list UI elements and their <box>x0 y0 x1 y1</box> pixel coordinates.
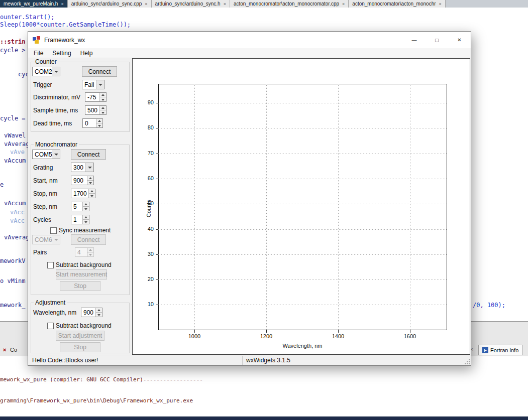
window-titlebar[interactable]: Framework_wx — □ ✕ <box>28 32 471 48</box>
fortran-info-tab[interactable]: F Fortran info <box>478 345 522 355</box>
cycles-spinner[interactable]: 1 <box>71 215 89 224</box>
y-axis-title: Counts <box>146 200 152 217</box>
mono-port-combo[interactable]: COM5 <box>32 150 60 159</box>
discriminator-label: Discriminator, mV <box>33 94 80 101</box>
stop-adjustment-button[interactable]: Stop <box>60 342 100 352</box>
spin-buttons <box>87 176 93 185</box>
spin-up-icon[interactable] <box>87 248 93 252</box>
dead-time-spinner[interactable]: 0 <box>82 118 103 128</box>
code-line: cycle = <box>0 115 26 122</box>
sync-measurement-checkbox[interactable] <box>50 227 57 234</box>
spin-down-icon[interactable] <box>96 312 102 317</box>
grating-value: 300 <box>71 164 85 171</box>
start-measurement-button[interactable]: Start measurement <box>56 269 107 279</box>
spin-down-icon[interactable] <box>83 219 89 224</box>
close-button[interactable]: ✕ <box>448 32 471 48</box>
code-line: vAverag <box>4 141 30 148</box>
window-title: Framework_wx <box>44 37 403 44</box>
menu-setting[interactable]: Setting <box>48 49 75 58</box>
maximize-button[interactable]: □ <box>426 32 448 48</box>
x-axis-title: Wavelength, nm <box>272 343 333 349</box>
spin-buttons <box>96 119 102 127</box>
spin-up-icon[interactable] <box>100 106 106 110</box>
editor-tabbar: mework_wx_pureMain.h× arduino_sync\ardui… <box>0 0 528 8</box>
spin-buttons <box>99 93 106 101</box>
code-line: vAcc <box>10 209 25 216</box>
stop-nm-spinner[interactable]: 1700 <box>71 189 95 198</box>
trigger-combo[interactable]: Fall <box>82 80 104 89</box>
spin-down-icon[interactable] <box>87 252 93 256</box>
cycles-value: 1 <box>71 216 82 223</box>
tab-close-icon[interactable]: × <box>145 2 147 7</box>
adjustment-subtract-checkbox[interactable] <box>47 323 54 329</box>
tab-arduino-sync-cpp[interactable]: arduino_sync\arduino_sync.cpp× <box>68 0 152 8</box>
spin-down-icon[interactable] <box>100 97 106 101</box>
sync-connect-button[interactable]: Connect <box>71 234 106 245</box>
minimize-button[interactable]: — <box>403 32 426 48</box>
bottom-strip <box>0 416 528 420</box>
spin-down-icon[interactable] <box>83 206 89 211</box>
start-nm-label: Start, nm <box>33 177 58 184</box>
clear-log-icon[interactable]: ✕ <box>3 347 7 353</box>
spin-up-icon[interactable] <box>89 189 95 193</box>
tab-acton-cpp[interactable]: acton_monocromator\acton_monocromator.cp… <box>230 0 349 8</box>
menu-help[interactable]: Help <box>76 49 97 58</box>
trigger-value: Fall <box>82 81 96 88</box>
tab-close-icon[interactable]: × <box>342 2 345 7</box>
y-tick-label: 10 <box>137 301 154 307</box>
spin-up-icon[interactable] <box>100 93 106 97</box>
step-nm-spinner[interactable]: 5 <box>71 202 89 211</box>
spin-down-icon[interactable] <box>96 123 102 127</box>
fortran-tab-label: Fortran info <box>490 347 518 353</box>
spin-down-icon[interactable] <box>87 180 93 185</box>
resize-grip[interactable] <box>467 361 468 362</box>
discriminator-spinner[interactable]: -75 <box>85 92 107 102</box>
mono-connect-button[interactable]: Connect <box>71 149 106 160</box>
spin-up-icon[interactable] <box>96 119 102 123</box>
chevron-down-icon <box>52 235 60 244</box>
spin-down-icon[interactable] <box>89 193 95 198</box>
sample-time-value: 500 <box>85 107 99 114</box>
sync-measurement-label: Sync measurement <box>59 227 111 234</box>
tab-close-icon[interactable]: × <box>439 2 442 7</box>
x-tick-label: 1200 <box>255 333 277 339</box>
code-line: ::strin <box>0 38 26 45</box>
discriminator-value: -75 <box>85 94 99 101</box>
tab-framework-main[interactable]: mework_wx_pureMain.h× <box>0 0 68 8</box>
start-nm-value: 900 <box>71 177 87 184</box>
tab-acton-h[interactable]: acton_monocromator\acton_monochr× <box>349 0 445 8</box>
log-tab-left-label[interactable]: Co <box>10 347 17 353</box>
start-nm-spinner[interactable]: 900 <box>71 176 94 185</box>
code-line: vAve <box>10 149 25 156</box>
spin-up-icon[interactable] <box>87 176 93 180</box>
spin-down-icon[interactable] <box>100 110 106 114</box>
code-line: vWavel <box>4 132 26 139</box>
tab-close-icon[interactable]: × <box>61 2 63 7</box>
sample-time-spinner[interactable]: 500 <box>85 105 107 115</box>
y-tick-label: 30 <box>137 251 154 257</box>
start-adjustment-button[interactable]: Start adjustment <box>56 331 104 341</box>
chevron-down-icon <box>52 150 60 159</box>
x-tick-label: 1400 <box>327 333 349 339</box>
stop-measurement-button[interactable]: Stop <box>60 281 100 291</box>
subtract-background-checkbox[interactable] <box>47 262 54 268</box>
wavelength-spinner[interactable]: 900 <box>81 308 102 317</box>
spin-up-icon[interactable] <box>83 215 89 219</box>
code-line: meworkV <box>0 257 26 264</box>
counter-port-combo[interactable]: COM2 <box>32 67 60 76</box>
x-tick-label: 1600 <box>399 333 421 339</box>
spin-up-icon[interactable] <box>83 202 89 206</box>
adjustment-subtract-label: Subtract background <box>56 322 112 329</box>
spin-buttons <box>82 202 89 211</box>
grating-combo[interactable]: 300 <box>71 163 94 172</box>
spin-up-icon[interactable] <box>96 308 102 312</box>
spin-buttons <box>95 308 102 317</box>
menu-file[interactable]: File <box>29 49 48 58</box>
tab-arduino-sync-h[interactable]: arduino_sync\arduino_sync.h× <box>152 0 230 8</box>
y-tick-label: 60 <box>137 175 154 181</box>
pairs-spinner[interactable]: 4 <box>75 247 94 257</box>
status-message: Hello Code::Blocks user! <box>32 357 98 364</box>
sync-port-combo[interactable]: COM6 <box>32 235 60 244</box>
counter-connect-button[interactable]: Connect <box>82 66 117 77</box>
tab-close-icon[interactable]: × <box>224 2 226 7</box>
